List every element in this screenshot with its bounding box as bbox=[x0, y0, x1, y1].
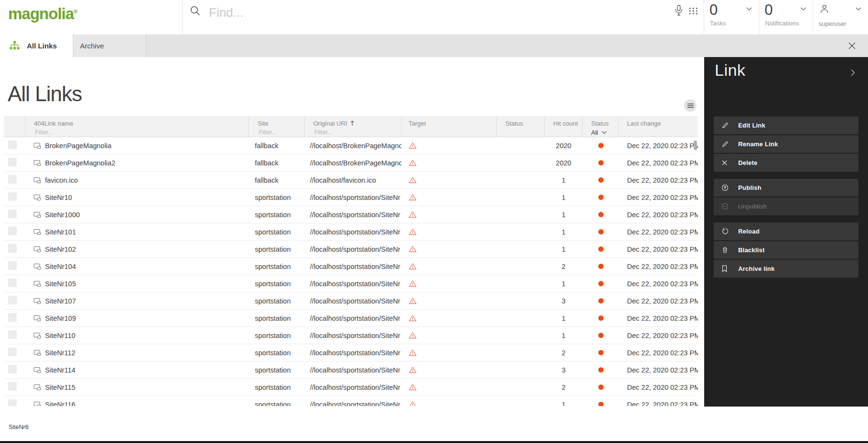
registered-mark: ® bbox=[74, 9, 77, 14]
user-block[interactable]: superuser bbox=[813, 0, 868, 35]
link-name: SiteNr110 bbox=[45, 332, 75, 339]
header-target: Target bbox=[401, 117, 497, 137]
uri-cell: //localhost/sportstation/SiteNr bbox=[305, 384, 401, 391]
page-title: All Links bbox=[8, 82, 82, 106]
table-row[interactable]: BrokenPageMagnolia fallback //localhost/… bbox=[4, 137, 698, 154]
uri-cell: //localhost/sportstation/SiteNr bbox=[305, 332, 401, 339]
status-dot bbox=[598, 212, 604, 217]
status-filter-dropdown[interactable]: All bbox=[591, 129, 617, 136]
uri-cell: //localhost/sportstation/SiteNr bbox=[305, 194, 401, 201]
name-filter-input[interactable] bbox=[34, 128, 231, 136]
hit-count-cell: 2020 bbox=[545, 159, 582, 167]
row-checkbox[interactable] bbox=[8, 399, 17, 406]
row-checkbox[interactable] bbox=[8, 296, 17, 304]
table-row[interactable]: SiteNr107 sportstation //localhost/sport… bbox=[4, 292, 698, 310]
table-row[interactable]: SiteNr10 sportstation //localhost/sports… bbox=[4, 189, 698, 206]
header-original-uri[interactable]: Original URI bbox=[305, 117, 401, 137]
site-cell: sportstation bbox=[249, 194, 305, 201]
last-change-cell: Dec 22, 2020 02:23 PM bbox=[619, 297, 698, 305]
site-cell: sportstation bbox=[249, 366, 305, 374]
tasks-block[interactable]: 0 Tasks bbox=[704, 0, 759, 35]
tab-all-links[interactable]: All Links bbox=[0, 35, 73, 57]
warning-icon bbox=[409, 194, 497, 201]
actions-menu-button[interactable] bbox=[684, 99, 697, 112]
action-publish[interactable]: Publish bbox=[714, 179, 858, 197]
close-icon[interactable] bbox=[848, 42, 857, 51]
uri-cell: //localhost/sportstation/SiteNr bbox=[305, 228, 401, 236]
row-checkbox[interactable] bbox=[8, 175, 17, 184]
action-label: Publish bbox=[738, 184, 761, 191]
link-name: SiteNr104 bbox=[45, 263, 76, 270]
table-row[interactable]: SiteNr102 sportstation //localhost/sport… bbox=[4, 241, 698, 258]
panel-actions: Edit LinkRename LinkDeletePublishUnpubli… bbox=[714, 117, 858, 279]
row-checkbox[interactable] bbox=[8, 244, 17, 253]
header-site: Site bbox=[249, 117, 305, 137]
action-blacklist[interactable]: Blacklist bbox=[714, 241, 858, 259]
action-archive-link[interactable]: Archive link bbox=[714, 260, 858, 278]
row-checkbox[interactable] bbox=[8, 382, 17, 391]
row-checkbox[interactable] bbox=[8, 261, 17, 270]
site-cell: sportstation bbox=[249, 315, 305, 322]
action-rename-link[interactable]: Rename Link bbox=[714, 135, 858, 153]
notifications-label: Notifications bbox=[765, 20, 799, 27]
table-row[interactable]: SiteNr101 sportstation //localhost/sport… bbox=[4, 223, 698, 241]
row-checkbox[interactable] bbox=[8, 330, 17, 339]
table-row[interactable]: BrokenPageMagnolia2 fallback //localhost… bbox=[4, 154, 698, 172]
last-change-cell: Dec 22, 2020 02:23 PM bbox=[619, 176, 698, 184]
status-dot bbox=[598, 402, 604, 406]
status-dot bbox=[598, 229, 604, 234]
magnolia-logo[interactable]: magnolia® bbox=[8, 5, 77, 23]
action-delete[interactable]: Delete bbox=[714, 154, 858, 172]
page-icon bbox=[34, 142, 41, 149]
action-reload[interactable]: Reload bbox=[714, 222, 858, 240]
table-row[interactable]: SiteNr116 sportstation //localhost/sport… bbox=[4, 396, 698, 406]
table-row[interactable]: SiteNr115 sportstation //localhost/sport… bbox=[4, 379, 698, 396]
table-row[interactable]: SiteNr104 sportstation //localhost/sport… bbox=[4, 258, 698, 275]
status-dot bbox=[598, 143, 604, 148]
header-hit-count: Hit count bbox=[545, 117, 582, 137]
last-change-cell: Dec 22, 2020 02:23 PM bbox=[619, 315, 698, 322]
status-dot bbox=[598, 177, 604, 183]
chevron-right-icon[interactable] bbox=[851, 69, 855, 76]
table-row[interactable]: SiteNr112 sportstation //localhost/sport… bbox=[4, 344, 698, 361]
row-checkbox[interactable] bbox=[8, 140, 17, 149]
microphone-icon[interactable] bbox=[674, 5, 683, 17]
table-row[interactable]: SiteNr1000 sportstation //localhost/spor… bbox=[4, 206, 698, 223]
table-row[interactable]: SiteNr109 sportstation //localhost/sport… bbox=[4, 310, 698, 327]
action-edit-link[interactable]: Edit Link bbox=[714, 117, 858, 134]
page-icon bbox=[34, 246, 41, 253]
row-checkbox[interactable] bbox=[8, 313, 17, 322]
row-checkbox[interactable] bbox=[8, 192, 17, 201]
footer-status-text: SiteNr6 bbox=[9, 424, 29, 431]
hit-count-cell: 1 bbox=[545, 332, 582, 339]
row-checkbox[interactable] bbox=[8, 210, 17, 218]
page-icon bbox=[34, 350, 41, 356]
table-row[interactable]: favicon.ico fallback //localhost/favicon… bbox=[4, 172, 698, 189]
action-unpublish[interactable]: Unpublish bbox=[714, 198, 858, 215]
row-checkbox[interactable] bbox=[8, 227, 17, 235]
table-row[interactable]: SiteNr105 sportstation //localhost/sport… bbox=[4, 275, 698, 292]
notifications-block[interactable]: 0 Notifications bbox=[759, 0, 813, 35]
row-checkbox[interactable] bbox=[8, 158, 17, 166]
hit-count-cell: 1 bbox=[545, 176, 582, 184]
status-dot bbox=[598, 315, 604, 321]
tab-archive[interactable]: Archive bbox=[73, 35, 146, 57]
footer-bar: SiteNr6 bbox=[0, 407, 868, 443]
uri-filter-input[interactable] bbox=[313, 128, 394, 136]
uri-cell: //localhost/sportstation/SiteNr bbox=[305, 245, 401, 253]
scrollbar-thumb[interactable] bbox=[694, 140, 697, 150]
last-change-cell: Dec 22, 2020 02:23 PM bbox=[619, 159, 698, 167]
table-row[interactable]: SiteNr110 sportstation //localhost/sport… bbox=[4, 327, 698, 344]
search-input[interactable] bbox=[208, 3, 478, 22]
app-launcher-grid-icon[interactable] bbox=[688, 7, 698, 15]
site-filter-input[interactable] bbox=[258, 128, 301, 136]
search-icon bbox=[190, 5, 201, 17]
row-checkbox[interactable] bbox=[8, 279, 17, 287]
row-checkbox[interactable] bbox=[8, 365, 17, 373]
status-dot bbox=[598, 195, 604, 200]
row-checkbox[interactable] bbox=[8, 348, 17, 356]
table-row[interactable]: SiteNr114 sportstation //localhost/sport… bbox=[4, 361, 698, 379]
page-icon bbox=[34, 263, 41, 270]
uri-cell: //localhost/sportstation/SiteNr bbox=[305, 349, 401, 357]
hit-count-cell: 2020 bbox=[545, 142, 582, 150]
